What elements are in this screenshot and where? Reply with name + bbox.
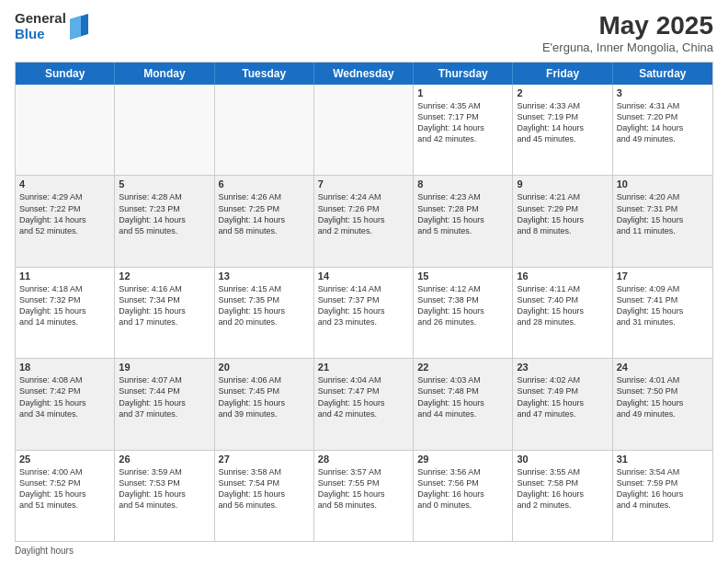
page: General Blue May 2025 E'erguna, Inner Mo…	[0, 0, 728, 563]
calendar-cell: 19Sunrise: 4:07 AM Sunset: 7:44 PM Dayli…	[115, 359, 214, 449]
cell-info: Sunrise: 4:33 AM Sunset: 7:19 PM Dayligh…	[517, 100, 608, 145]
title-block: May 2025 E'erguna, Inner Mongolia, China	[542, 11, 713, 54]
calendar-cell: 4Sunrise: 4:29 AM Sunset: 7:22 PM Daylig…	[16, 176, 115, 266]
calendar-cell: 28Sunrise: 3:57 AM Sunset: 7:55 PM Dayli…	[314, 451, 414, 541]
calendar-cell: 16Sunrise: 4:11 AM Sunset: 7:40 PM Dayli…	[513, 268, 612, 358]
cell-info: Sunrise: 4:08 AM Sunset: 7:42 PM Dayligh…	[19, 374, 110, 419]
day-header-tuesday: Tuesday	[215, 63, 314, 85]
calendar-cell: 25Sunrise: 4:00 AM Sunset: 7:52 PM Dayli…	[16, 451, 115, 541]
day-number: 18	[19, 362, 110, 373]
day-number: 28	[318, 454, 409, 465]
day-number: 5	[119, 178, 210, 190]
day-number: 11	[19, 270, 110, 282]
day-number: 3	[617, 87, 709, 98]
cell-info: Sunrise: 4:21 AM Sunset: 7:29 PM Dayligh…	[517, 191, 608, 236]
calendar-cell	[115, 85, 214, 175]
calendar-cell: 29Sunrise: 3:56 AM Sunset: 7:56 PM Dayli…	[414, 451, 513, 541]
calendar-row: 4Sunrise: 4:29 AM Sunset: 7:22 PM Daylig…	[16, 176, 712, 267]
calendar-cell: 17Sunrise: 4:09 AM Sunset: 7:41 PM Dayli…	[613, 268, 712, 358]
logo-general: General	[15, 11, 66, 27]
calendar-cell: 15Sunrise: 4:12 AM Sunset: 7:38 PM Dayli…	[414, 268, 513, 358]
day-number: 13	[219, 270, 310, 282]
cell-info: Sunrise: 4:29 AM Sunset: 7:22 PM Dayligh…	[19, 191, 110, 236]
calendar-row: 25Sunrise: 4:00 AM Sunset: 7:52 PM Dayli…	[16, 451, 712, 541]
calendar-cell: 27Sunrise: 3:58 AM Sunset: 7:54 PM Dayli…	[215, 451, 314, 541]
logo: General Blue	[15, 11, 88, 41]
day-number: 19	[119, 362, 210, 373]
day-number: 23	[517, 362, 608, 373]
cell-info: Sunrise: 3:56 AM Sunset: 7:56 PM Dayligh…	[417, 466, 508, 511]
cell-info: Sunrise: 4:28 AM Sunset: 7:23 PM Dayligh…	[119, 191, 210, 236]
day-header-thursday: Thursday	[414, 63, 513, 85]
day-header-friday: Friday	[513, 63, 612, 85]
calendar-cell: 1Sunrise: 4:35 AM Sunset: 7:17 PM Daylig…	[414, 85, 513, 175]
header: General Blue May 2025 E'erguna, Inner Mo…	[15, 11, 713, 54]
cell-info: Sunrise: 4:11 AM Sunset: 7:40 PM Dayligh…	[517, 283, 608, 328]
cell-info: Sunrise: 4:15 AM Sunset: 7:35 PM Dayligh…	[219, 283, 310, 328]
cell-info: Sunrise: 4:24 AM Sunset: 7:26 PM Dayligh…	[318, 191, 409, 236]
daylight-label: Daylight hours	[15, 546, 74, 556]
cell-info: Sunrise: 3:55 AM Sunset: 7:58 PM Dayligh…	[517, 466, 608, 511]
cell-info: Sunrise: 4:16 AM Sunset: 7:34 PM Dayligh…	[119, 283, 210, 328]
day-number: 31	[617, 454, 709, 465]
logo-blue: Blue	[15, 27, 66, 42]
cell-info: Sunrise: 4:09 AM Sunset: 7:41 PM Dayligh…	[617, 283, 709, 328]
calendar-cell: 9Sunrise: 4:21 AM Sunset: 7:29 PM Daylig…	[513, 176, 612, 266]
cell-info: Sunrise: 4:01 AM Sunset: 7:50 PM Dayligh…	[617, 374, 709, 419]
cell-info: Sunrise: 4:04 AM Sunset: 7:47 PM Dayligh…	[318, 374, 409, 419]
cell-info: Sunrise: 4:26 AM Sunset: 7:25 PM Dayligh…	[219, 191, 310, 236]
cell-info: Sunrise: 4:07 AM Sunset: 7:44 PM Dayligh…	[119, 374, 210, 419]
calendar-row: 18Sunrise: 4:08 AM Sunset: 7:42 PM Dayli…	[16, 359, 712, 450]
day-number: 10	[617, 178, 709, 190]
cell-info: Sunrise: 4:00 AM Sunset: 7:52 PM Dayligh…	[19, 466, 110, 511]
logo-text: General Blue	[15, 11, 66, 41]
day-number: 6	[219, 178, 310, 190]
day-number: 8	[417, 178, 508, 190]
calendar-grid: 1Sunrise: 4:35 AM Sunset: 7:17 PM Daylig…	[16, 85, 712, 541]
day-number: 4	[19, 178, 110, 190]
cell-info: Sunrise: 3:54 AM Sunset: 7:59 PM Dayligh…	[617, 466, 709, 511]
calendar-cell: 23Sunrise: 4:02 AM Sunset: 7:49 PM Dayli…	[513, 359, 612, 449]
day-number: 1	[417, 87, 508, 98]
day-number: 25	[19, 454, 110, 465]
cell-info: Sunrise: 4:18 AM Sunset: 7:32 PM Dayligh…	[19, 283, 110, 328]
day-header-wednesday: Wednesday	[314, 63, 414, 85]
day-number: 27	[219, 454, 310, 465]
calendar-cell: 6Sunrise: 4:26 AM Sunset: 7:25 PM Daylig…	[215, 176, 314, 266]
cell-info: Sunrise: 4:14 AM Sunset: 7:37 PM Dayligh…	[318, 283, 409, 328]
cell-info: Sunrise: 4:23 AM Sunset: 7:28 PM Dayligh…	[417, 191, 508, 236]
day-number: 22	[417, 362, 508, 373]
cell-info: Sunrise: 4:06 AM Sunset: 7:45 PM Dayligh…	[219, 374, 310, 419]
cell-info: Sunrise: 3:57 AM Sunset: 7:55 PM Dayligh…	[318, 466, 409, 511]
day-number: 14	[318, 270, 409, 282]
calendar-cell: 31Sunrise: 3:54 AM Sunset: 7:59 PM Dayli…	[613, 451, 712, 541]
day-number: 30	[517, 454, 608, 465]
day-header-saturday: Saturday	[613, 63, 712, 85]
calendar-cell: 30Sunrise: 3:55 AM Sunset: 7:58 PM Dayli…	[513, 451, 612, 541]
footer: Daylight hours	[15, 546, 713, 556]
calendar-cell: 26Sunrise: 3:59 AM Sunset: 7:53 PM Dayli…	[115, 451, 214, 541]
day-number: 26	[119, 454, 210, 465]
calendar-cell	[215, 85, 314, 175]
calendar-cell: 12Sunrise: 4:16 AM Sunset: 7:34 PM Dayli…	[115, 268, 214, 358]
svg-marker-1	[70, 16, 81, 40]
day-number: 16	[517, 270, 608, 282]
day-number: 29	[417, 454, 508, 465]
day-number: 24	[617, 362, 709, 373]
day-number: 2	[517, 87, 608, 98]
day-number: 17	[617, 270, 709, 282]
calendar-cell: 7Sunrise: 4:24 AM Sunset: 7:26 PM Daylig…	[314, 176, 414, 266]
calendar-cell	[16, 85, 115, 175]
calendar-cell: 21Sunrise: 4:04 AM Sunset: 7:47 PM Dayli…	[314, 359, 414, 449]
cell-info: Sunrise: 4:02 AM Sunset: 7:49 PM Dayligh…	[517, 374, 608, 419]
calendar-cell: 3Sunrise: 4:31 AM Sunset: 7:20 PM Daylig…	[613, 85, 712, 175]
day-number: 12	[119, 270, 210, 282]
day-number: 20	[219, 362, 310, 373]
cell-info: Sunrise: 4:20 AM Sunset: 7:31 PM Dayligh…	[617, 191, 709, 236]
calendar-cell: 18Sunrise: 4:08 AM Sunset: 7:42 PM Dayli…	[16, 359, 115, 449]
cell-info: Sunrise: 3:59 AM Sunset: 7:53 PM Dayligh…	[119, 466, 210, 511]
day-headers: SundayMondayTuesdayWednesdayThursdayFrid…	[16, 63, 712, 85]
day-header-monday: Monday	[115, 63, 214, 85]
location: E'erguna, Inner Mongolia, China	[542, 40, 713, 54]
calendar-cell: 20Sunrise: 4:06 AM Sunset: 7:45 PM Dayli…	[215, 359, 314, 449]
